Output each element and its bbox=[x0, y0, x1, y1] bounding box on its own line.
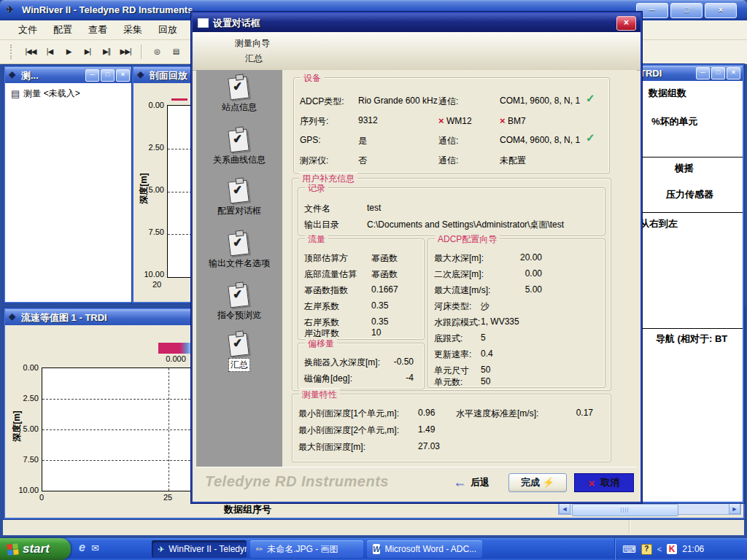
wizard-step-site-info[interactable]: ✔ 站点信息 bbox=[196, 74, 282, 114]
close-button[interactable]: × bbox=[705, 3, 737, 18]
record-group: 记录 文件名 test 输出目录 C:\Documents and Settin… bbox=[298, 187, 605, 236]
antivirus-icon[interactable]: K bbox=[667, 544, 677, 554]
measurement-tree-item[interactable]: ▤ 测量 <未载入> bbox=[11, 88, 80, 100]
y-tick: 0.00 bbox=[135, 101, 164, 109]
menu-file[interactable]: 文件 bbox=[10, 21, 45, 39]
field-value: 1, WV335 bbox=[481, 316, 519, 327]
chevron-left-icon[interactable]: < bbox=[657, 545, 662, 553]
wizard-step-output-filename[interactable]: ✔ 输出文件名选项 bbox=[196, 230, 282, 270]
scrollbar-thumb[interactable] bbox=[572, 504, 678, 516]
field-label: 底跟式: bbox=[434, 332, 462, 345]
field-label: 最大剖面深度[m]: bbox=[298, 441, 365, 454]
field-value: 幂函数 bbox=[371, 252, 398, 265]
close-icon[interactable]: × bbox=[616, 16, 636, 31]
goto-first-icon[interactable]: |◀◀ bbox=[23, 44, 39, 60]
menu-playback[interactable]: 回放 bbox=[150, 21, 185, 39]
maximize-button[interactable]: □ bbox=[711, 67, 725, 79]
cancel-button[interactable]: × 取消 bbox=[574, 473, 634, 492]
field-value: 0.1667 bbox=[371, 284, 398, 295]
field-label: 底部流量估算 bbox=[304, 268, 357, 281]
goto-last-icon[interactable]: ▶▶| bbox=[117, 44, 133, 60]
field-value: COM4, 9600, 8, N, 1 bbox=[500, 135, 580, 145]
help-icon[interactable]: ? bbox=[641, 544, 652, 555]
field-value: 0.35 bbox=[371, 316, 388, 327]
scroll-right-button[interactable]: ► bbox=[729, 503, 740, 514]
step-forward-icon[interactable]: ▶| bbox=[80, 44, 96, 60]
taskbar-item-word[interactable]: W Microsoft Word - ADC... bbox=[367, 540, 482, 558]
tabular-window-titlebar[interactable]: TRDI ─ □ × bbox=[637, 66, 743, 81]
wizard-step-summary[interactable]: ✔ 汇总 bbox=[196, 331, 282, 372]
row-divider bbox=[637, 328, 743, 329]
play-pause-icon[interactable]: ▶|| bbox=[98, 44, 115, 60]
field-label: 序列号: bbox=[300, 115, 328, 128]
start-button[interactable]: start bbox=[0, 538, 71, 560]
table-row: 横摇 bbox=[675, 162, 694, 175]
group-title: 测量特性 bbox=[299, 389, 340, 401]
field-value: 0.96 bbox=[418, 408, 435, 418]
group-title: ADCP配置向导 bbox=[435, 233, 500, 246]
properties-icon[interactable]: ▤ bbox=[168, 44, 184, 60]
field-value: 幂函数 bbox=[371, 268, 398, 281]
wizard-step-rating-info[interactable]: ✔ 关系曲线信息 bbox=[196, 127, 282, 166]
taskbar-item-winriver[interactable]: ✈ WinRiver II - Teledyne... bbox=[152, 540, 247, 558]
field-label: 水平速度标准差[m/s]: bbox=[456, 408, 538, 420]
measurement-window-title: 测... bbox=[21, 69, 39, 82]
step-back-icon[interactable]: |◀ bbox=[42, 44, 58, 60]
field-value: 否 bbox=[358, 155, 367, 167]
y-tick: 7.50 bbox=[135, 228, 164, 236]
taskbar: start e ✉ ✈ WinRiver II - Teledyne... ✏ … bbox=[0, 538, 747, 560]
field-label: ADCP类型: bbox=[300, 96, 344, 108]
back-button[interactable]: ← 后退 bbox=[453, 475, 489, 490]
maximize-button[interactable]: □ bbox=[101, 69, 115, 82]
keyboard-icon[interactable]: ⌨ bbox=[622, 544, 636, 555]
row-divider bbox=[637, 212, 743, 213]
y-axis-label: 深度[m] bbox=[138, 160, 150, 218]
mail-icon[interactable]: ✉ bbox=[91, 542, 99, 553]
bm-flag: × BM7 bbox=[500, 115, 526, 126]
group-title: 记录 bbox=[305, 182, 328, 195]
field-label: 左岸系数 bbox=[304, 300, 339, 313]
close-button[interactable]: × bbox=[727, 67, 740, 79]
check-icon: ✓ bbox=[586, 131, 595, 144]
tabular-window: TRDI ─ □ × 数据组数 %坏的单元 横摇 压力传感器 ) 从右到左 导航… bbox=[635, 64, 744, 503]
scroll-left-button[interactable]: ◄ bbox=[559, 503, 570, 514]
wizard-title: 测量向导 bbox=[235, 37, 270, 50]
minimize-button[interactable]: ─ bbox=[85, 69, 99, 82]
clipboard-icon: ✔ bbox=[226, 127, 252, 153]
dialog-title: 设置对话框 bbox=[213, 17, 260, 30]
minimize-button[interactable]: ─ bbox=[696, 67, 710, 79]
measurement-window-titlebar[interactable]: ◈ 测... ─ □ × bbox=[5, 67, 132, 83]
zoom-icon[interactable]: ◎ bbox=[149, 44, 165, 60]
maximize-button[interactable]: □ bbox=[670, 3, 703, 18]
field-value: 27.03 bbox=[418, 441, 440, 451]
field-label: GPS: bbox=[300, 135, 321, 145]
field-label: 文件名 bbox=[304, 203, 330, 215]
field-label: 磁偏角[deg]: bbox=[304, 373, 352, 385]
field-value: 未配置 bbox=[500, 155, 526, 167]
ie-icon[interactable]: e bbox=[79, 541, 85, 554]
paint-icon: ✏ bbox=[256, 545, 263, 554]
horizontal-scrollbar[interactable]: ◄ ► bbox=[558, 502, 741, 515]
field-value: 10 bbox=[371, 327, 381, 338]
finish-button[interactable]: 完成 ⚡ bbox=[508, 473, 567, 492]
taskbar-item-paint[interactable]: ✏ 未命名.JPG - 画图 bbox=[250, 540, 363, 558]
toolbar-grip bbox=[10, 44, 14, 59]
menu-acquire[interactable]: 采集 bbox=[115, 21, 150, 39]
table-row: 数据组数 bbox=[649, 87, 686, 100]
wizard-sidebar: ✔ 站点信息 ✔ 关系曲线信息 ✔ 配置对话框 ✔ 输出文件名选项 ✔ 指令预浏… bbox=[196, 70, 282, 467]
close-button[interactable]: × bbox=[116, 69, 130, 82]
field-value: -4 bbox=[368, 373, 414, 383]
menu-view[interactable]: 查看 bbox=[80, 21, 115, 39]
y-tick: 2.50 bbox=[135, 143, 164, 152]
app-icon: ✈ bbox=[6, 4, 15, 15]
table-row: 压力传感器 bbox=[666, 188, 713, 201]
wizard-step-command-preview[interactable]: ✔ 指令预浏览 bbox=[196, 282, 282, 322]
menu-config[interactable]: 配置 bbox=[45, 21, 80, 39]
wizard-step-config-dialog[interactable]: ✔ 配置对话框 bbox=[196, 178, 282, 217]
dialog-titlebar[interactable]: 设置对话框 × bbox=[193, 13, 640, 32]
clock: 21:06 bbox=[682, 544, 704, 554]
field-label: 单元数: bbox=[434, 376, 462, 389]
window-icon: ◈ bbox=[9, 69, 15, 79]
x-tick: 0 bbox=[36, 493, 47, 502]
play-icon[interactable]: ▶ bbox=[61, 44, 77, 60]
